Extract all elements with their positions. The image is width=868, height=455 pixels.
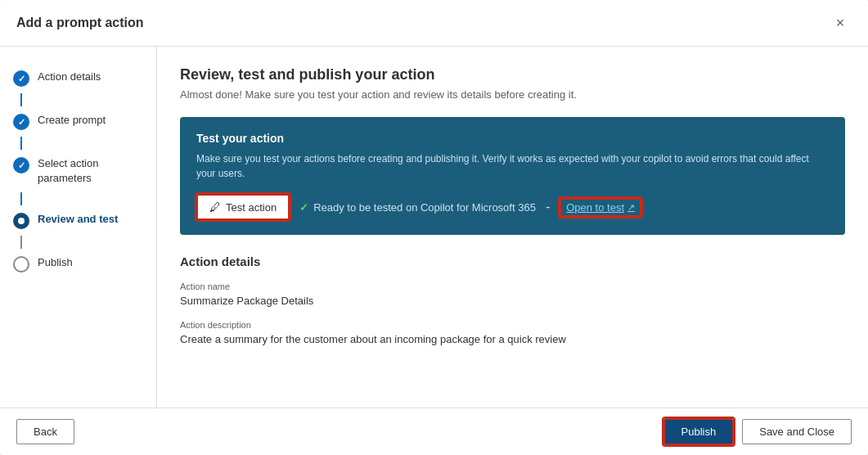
step-indicator-completed-1 (13, 70, 29, 87)
ready-label: Ready to be tested on Copilot for Micros… (313, 201, 536, 214)
page-title: Review, test and publish your action (180, 66, 845, 83)
test-card-actions: 🖊 Test action ✓ Ready to be tested on Co… (196, 194, 829, 220)
separator: - (546, 200, 550, 214)
connector-3 (20, 192, 22, 205)
test-card-description: Make sure you test your actions before c… (196, 151, 829, 181)
test-card-title: Test your action (196, 132, 829, 145)
sidebar-item-action-details[interactable]: Action details (0, 63, 156, 93)
step-indicator-inactive (13, 256, 29, 273)
action-name-label: Action name (180, 282, 845, 291)
sidebar-item-create-prompt[interactable]: Create prompt (0, 106, 156, 137)
external-link-icon: ↗ (627, 202, 635, 213)
sidebar-label-review-and-test: Review and test (38, 212, 118, 227)
sidebar-label-create-prompt: Create prompt (38, 113, 106, 128)
main-content: Review, test and publish your action Alm… (157, 47, 868, 408)
test-action-icon: 🖊 (209, 200, 221, 214)
modal-header: Add a prompt action × (0, 0, 868, 47)
test-action-label: Test action (226, 201, 277, 214)
sidebar-label-publish: Publish (38, 255, 73, 270)
sidebar-item-select-action-parameters[interactable]: Select action parameters (0, 150, 156, 192)
check-icon: ✓ (299, 201, 308, 214)
modal: Add a prompt action × Action details Cre… (0, 0, 868, 455)
action-name-value: Summarize Package Details (180, 295, 845, 307)
sidebar-item-publish[interactable]: Publish (0, 249, 156, 279)
connector-4 (20, 236, 22, 249)
action-description-value: Create a summary for the customer about … (180, 333, 845, 345)
sidebar-label-select-action-parameters: Select action parameters (38, 156, 143, 186)
sidebar: Action details Create prompt Select acti… (0, 47, 157, 408)
test-card: Test your action Make sure you test your… (180, 117, 845, 235)
save-and-close-button[interactable]: Save and Close (742, 419, 852, 444)
step-indicator-active (13, 213, 29, 229)
modal-footer: Back Publish Save and Close (0, 408, 868, 455)
action-details-section: Action details Action name Summarize Pac… (180, 255, 845, 345)
connector-2 (20, 137, 22, 150)
close-button[interactable]: × (829, 11, 852, 34)
open-test-label: Open to test (566, 201, 624, 214)
action-details-section-title: Action details (180, 255, 845, 268)
step-indicator-completed-3 (13, 157, 29, 173)
step-active-dot (18, 218, 25, 224)
sidebar-label-action-details: Action details (38, 70, 101, 84)
step-indicator-completed-2 (13, 114, 29, 130)
page-subtitle: Almost done! Make sure you test your act… (180, 88, 845, 101)
back-button[interactable]: Back (16, 419, 74, 444)
footer-right: Publish Save and Close (663, 418, 852, 445)
action-description-label: Action description (180, 320, 845, 330)
open-to-test-button[interactable]: Open to test ↗ (560, 198, 641, 217)
ready-text: ✓ Ready to be tested on Copilot for Micr… (299, 201, 536, 214)
modal-body: Action details Create prompt Select acti… (0, 47, 868, 408)
test-action-button[interactable]: 🖊 Test action (196, 194, 290, 220)
connector-1 (20, 93, 22, 106)
modal-title: Add a prompt action (16, 16, 144, 30)
publish-button[interactable]: Publish (663, 418, 735, 445)
sidebar-item-review-and-test[interactable]: Review and test (0, 205, 156, 236)
